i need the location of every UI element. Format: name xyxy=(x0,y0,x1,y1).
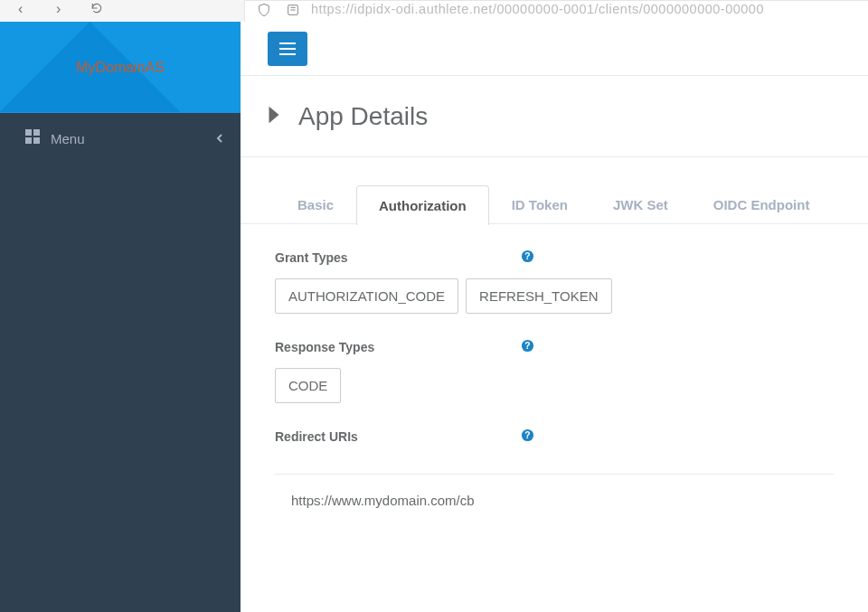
grant-types-label: Grant Types xyxy=(275,250,348,265)
sidebar: MyDomainAS Menu xyxy=(0,22,241,612)
field-grant-types: Grant Types ? AUTHORIZATION_CODE REFRESH… xyxy=(275,250,834,314)
sidebar-brand[interactable]: MyDomainAS xyxy=(0,22,241,113)
response-types-label: Response Types xyxy=(275,340,374,354)
tab-jwk-set[interactable]: JWK Set xyxy=(590,184,691,224)
redirect-uris-label: Redirect URIs xyxy=(275,429,358,444)
response-types-chips: CODE xyxy=(275,368,834,403)
grant-type-chip[interactable]: AUTHORIZATION_CODE xyxy=(275,278,458,314)
tab-strip: Basic Authorization ID Token JWK Set OID… xyxy=(241,184,868,224)
svg-rect-5 xyxy=(25,137,32,144)
sidebar-menu-toggle[interactable]: Menu xyxy=(0,113,241,164)
redirect-uris-divider xyxy=(275,474,834,475)
chevron-left-icon xyxy=(215,130,224,146)
field-redirect-uris: Redirect URIs ? xyxy=(275,428,834,445)
grid-icon xyxy=(25,129,40,147)
svg-text:?: ? xyxy=(524,430,530,440)
sidebar-menu-label: Menu xyxy=(51,131,215,146)
svg-rect-3 xyxy=(25,129,32,136)
topbar xyxy=(241,22,868,76)
svg-text:?: ? xyxy=(524,341,530,351)
help-icon[interactable]: ? xyxy=(521,250,534,263)
page-header: App Details xyxy=(241,76,868,157)
browser-shield-icon[interactable] xyxy=(257,3,271,17)
svg-marker-10 xyxy=(269,106,279,122)
tab-basic[interactable]: Basic xyxy=(275,184,356,224)
browser-back-icon[interactable]: ‹ xyxy=(18,1,23,17)
authorization-form: Grant Types ? AUTHORIZATION_CODE REFRESH… xyxy=(241,223,868,508)
grant-type-chip[interactable]: REFRESH_TOKEN xyxy=(466,278,611,314)
browser-reload-icon[interactable] xyxy=(90,2,103,14)
tab-authorization[interactable]: Authorization xyxy=(356,185,489,225)
browser-site-settings-icon[interactable] xyxy=(286,3,300,17)
help-icon[interactable]: ? xyxy=(521,428,534,442)
browser-address-bar: ‹ › https://idpidx-odi.authlete.net/0000… xyxy=(0,0,868,22)
sidebar-brand-label: MyDomainAS xyxy=(76,60,165,76)
svg-text:?: ? xyxy=(524,251,530,261)
grant-types-chips: AUTHORIZATION_CODE REFRESH_TOKEN xyxy=(275,278,834,314)
page-title: App Details xyxy=(298,102,428,131)
tab-id-token[interactable]: ID Token xyxy=(489,184,590,224)
svg-rect-4 xyxy=(33,129,40,136)
chevron-right-icon[interactable] xyxy=(266,105,282,128)
redirect-uri-value[interactable]: https://www.mydomain.com/cb xyxy=(291,493,834,508)
field-response-types: Response Types ? CODE xyxy=(275,339,834,403)
browser-url-text[interactable]: https://idpidx-odi.authlete.net/00000000… xyxy=(311,2,859,16)
browser-forward-icon[interactable]: › xyxy=(56,1,61,17)
tab-oidc-endpoint[interactable]: OIDC Endpoint xyxy=(691,184,833,224)
response-type-chip[interactable]: CODE xyxy=(275,368,341,403)
main-content: App Details Basic Authorization ID Token… xyxy=(241,22,868,612)
hamburger-button[interactable] xyxy=(268,32,307,66)
svg-rect-6 xyxy=(33,137,40,144)
help-icon[interactable]: ? xyxy=(521,339,534,353)
